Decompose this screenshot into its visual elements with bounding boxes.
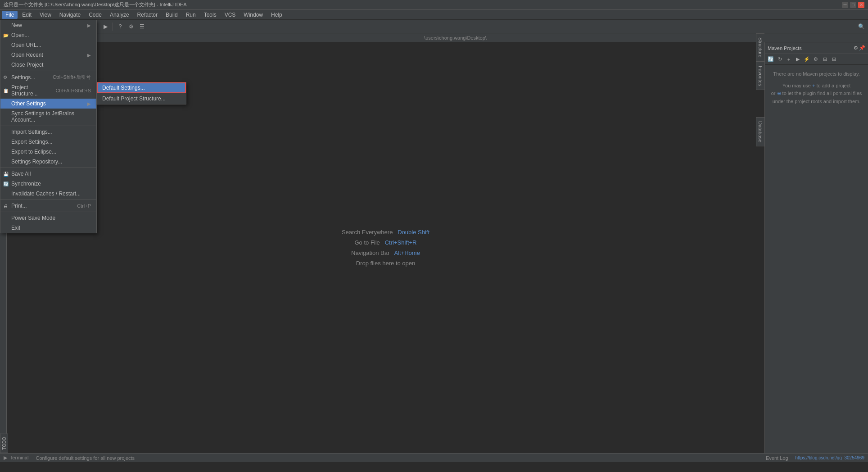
menu-help[interactable]: Help bbox=[267, 11, 286, 19]
maven-refresh-btn[interactable]: 🔄 bbox=[767, 55, 775, 64]
maven-panel: Maven Projects ⚙ 📌 🔄 ↻ + ▶ ⚡ ⚙ ⊟ ⊞ There… bbox=[764, 42, 868, 453]
menu-navigate[interactable]: Navigate bbox=[56, 11, 84, 19]
maven-expand-btn[interactable]: ⊞ bbox=[830, 55, 838, 64]
menu-item-open-url[interactable]: Open URL... bbox=[0, 40, 96, 50]
menu-item-import-settings[interactable]: Import Settings... bbox=[0, 127, 96, 137]
maven-or-hint: or ⊕ to let the plugin find all pom.xml … bbox=[769, 90, 864, 98]
favorites-tab[interactable]: Favorites bbox=[756, 62, 764, 90]
close-button[interactable]: ✕ bbox=[858, 2, 864, 8]
menu-window[interactable]: Window bbox=[240, 11, 267, 19]
maven-toolbar: 🔄 ↻ + ▶ ⚡ ⚙ ⊟ ⊞ bbox=[765, 54, 868, 65]
menu-item-invalidate-caches[interactable]: Invalidate Caches / Restart... bbox=[0, 189, 96, 199]
event-log-btn[interactable]: Event Log bbox=[766, 455, 788, 461]
maven-collapse-btn[interactable]: ⊟ bbox=[821, 55, 829, 64]
menu-item-settings[interactable]: ⚙ Settings... Ctrl+Shift+后引号 bbox=[0, 72, 96, 82]
title-bar: 这只是一个文件夹 [C:\Users\chong.wang\Desktop\这只… bbox=[0, 0, 868, 10]
title-buttons: ─ □ ✕ bbox=[842, 2, 864, 8]
open-label: Open... bbox=[11, 32, 29, 38]
export-settings-label: Export Settings... bbox=[11, 139, 52, 145]
print-label: Print... bbox=[11, 203, 27, 209]
maven-settings-icon[interactable]: ⚙ bbox=[854, 45, 858, 51]
nav-bar-label: Navigation Bar bbox=[351, 250, 389, 256]
maximize-button[interactable]: □ bbox=[850, 2, 856, 8]
synchronize-label: Synchronize bbox=[11, 181, 41, 187]
settings-icon: ⚙ bbox=[3, 75, 7, 80]
power-save-label: Power Save Mode bbox=[11, 215, 55, 221]
default-project-structure-label: Default Project Structure... bbox=[102, 95, 166, 102]
goto-file-hint: Go to File Ctrl+Shift+R bbox=[342, 239, 429, 246]
project-structure-label: Project Structure... bbox=[11, 84, 55, 97]
maven-plugin-link[interactable]: ⊕ bbox=[777, 91, 781, 96]
toolbar-forward-btn[interactable]: ▶ bbox=[100, 22, 110, 32]
menu-analyze[interactable]: Analyze bbox=[106, 11, 133, 19]
menu-build[interactable]: Build bbox=[162, 11, 181, 19]
drop-files-label: Drop files here to open bbox=[356, 260, 416, 267]
submenu-default-project-structure[interactable]: Default Project Structure... bbox=[97, 93, 186, 104]
submenu-default-settings[interactable]: Default Settings... bbox=[97, 82, 186, 93]
menu-item-export-eclipse[interactable]: Export to Eclipse... bbox=[0, 147, 96, 157]
toolbar-extra-btn[interactable]: ☰ bbox=[137, 22, 147, 32]
maven-pin-icon[interactable]: 📌 bbox=[859, 45, 865, 51]
menu-item-synchronize[interactable]: 🔄 Synchronize bbox=[0, 179, 96, 189]
menu-item-power-save[interactable]: Power Save Mode bbox=[0, 213, 96, 223]
sync-settings-label: Sync Settings to JetBrains Account... bbox=[11, 110, 91, 123]
configure-text: Configure default settings for all new p… bbox=[36, 455, 766, 461]
bottom-right-link: https://blog.csdn.net/qq_30254969 bbox=[796, 455, 864, 460]
goto-file-label: Go to File bbox=[354, 239, 380, 246]
menu-refactor[interactable]: Refactor bbox=[134, 11, 161, 19]
open-url-label: Open URL... bbox=[11, 42, 41, 48]
menu-tools[interactable]: Tools bbox=[200, 11, 220, 19]
project-structure-shortcut: Ctrl+Alt+Shift+S bbox=[55, 88, 91, 93]
maven-add-hint: You may use + to add a project bbox=[769, 82, 864, 90]
menu-item-sync-settings[interactable]: Sync Settings to JetBrains Account... bbox=[0, 109, 96, 125]
menu-item-other-settings[interactable]: Other Settings ▶ bbox=[0, 99, 96, 109]
maven-settings-btn[interactable]: ⚙ bbox=[812, 55, 820, 64]
database-tab[interactable]: Database bbox=[756, 117, 764, 146]
maven-phases-btn[interactable]: ⚡ bbox=[803, 55, 811, 64]
menu-vcs[interactable]: VCS bbox=[221, 11, 240, 19]
sep-2 bbox=[0, 126, 96, 126]
maven-title: Maven Projects bbox=[768, 45, 802, 51]
open-recent-arrow: ▶ bbox=[87, 53, 91, 58]
settings-label: Settings... bbox=[11, 74, 35, 81]
menu-item-open-recent[interactable]: Open Recent ▶ bbox=[0, 50, 96, 60]
maven-run-btn[interactable]: ▶ bbox=[794, 55, 802, 64]
welcome-content: Search Everywhere Double Shift Go to Fil… bbox=[342, 225, 429, 270]
menu-item-project-structure[interactable]: 📋 Project Structure... Ctrl+Alt+Shift+S bbox=[0, 82, 96, 99]
structure-tab[interactable]: Structure bbox=[756, 33, 764, 62]
menu-bar: File Edit View Navigate Code Analyze Ref… bbox=[0, 10, 868, 20]
menu-item-open[interactable]: 📂 Open... bbox=[0, 30, 96, 40]
menu-edit[interactable]: Edit bbox=[18, 11, 35, 19]
toolbar-search-btn[interactable]: 🔍 bbox=[856, 22, 866, 32]
search-everywhere-shortcut: Double Shift bbox=[398, 229, 429, 236]
maven-add-link[interactable]: + bbox=[812, 83, 815, 88]
toolbar-help-btn[interactable]: ? bbox=[115, 22, 125, 32]
new-arrow: ▶ bbox=[87, 23, 91, 28]
terminal-tab[interactable]: ▶ Terminal bbox=[4, 455, 28, 461]
todo-tab[interactable]: TODO bbox=[0, 434, 8, 453]
menu-file[interactable]: File bbox=[2, 11, 18, 19]
menu-item-close-project[interactable]: Close Project bbox=[0, 60, 96, 70]
menu-item-export-settings[interactable]: Export Settings... bbox=[0, 137, 96, 147]
title-text: 这只是一个文件夹 [C:\Users\chong.wang\Desktop\这只… bbox=[4, 1, 186, 8]
toolbar-settings-btn[interactable]: ⚙ bbox=[126, 22, 136, 32]
other-settings-arrow: ▶ bbox=[87, 101, 91, 106]
print-icon: 🖨 bbox=[3, 204, 8, 209]
default-settings-label: Default Settings... bbox=[102, 85, 145, 91]
right-vertical-labels: Structure Favorites Database bbox=[756, 33, 764, 146]
sep-5 bbox=[0, 212, 96, 212]
minimize-button[interactable]: ─ bbox=[842, 2, 848, 8]
maven-content: There are no Maven projects to display. … bbox=[765, 65, 868, 453]
menu-item-settings-repo[interactable]: Settings Repository... bbox=[0, 157, 96, 167]
maven-reimport-btn[interactable]: ↻ bbox=[776, 55, 784, 64]
terminal-label: Terminal bbox=[10, 455, 29, 460]
menu-item-print[interactable]: 🖨 Print... Ctrl+P bbox=[0, 201, 96, 211]
menu-code[interactable]: Code bbox=[85, 11, 105, 19]
new-label: New bbox=[11, 22, 22, 28]
menu-view[interactable]: View bbox=[36, 11, 55, 19]
menu-item-exit[interactable]: Exit bbox=[0, 223, 96, 233]
menu-item-new[interactable]: New ▶ bbox=[0, 20, 96, 30]
maven-add-btn[interactable]: + bbox=[785, 55, 793, 64]
menu-item-save-all[interactable]: 💾 Save All bbox=[0, 169, 96, 179]
menu-run[interactable]: Run bbox=[182, 11, 199, 19]
